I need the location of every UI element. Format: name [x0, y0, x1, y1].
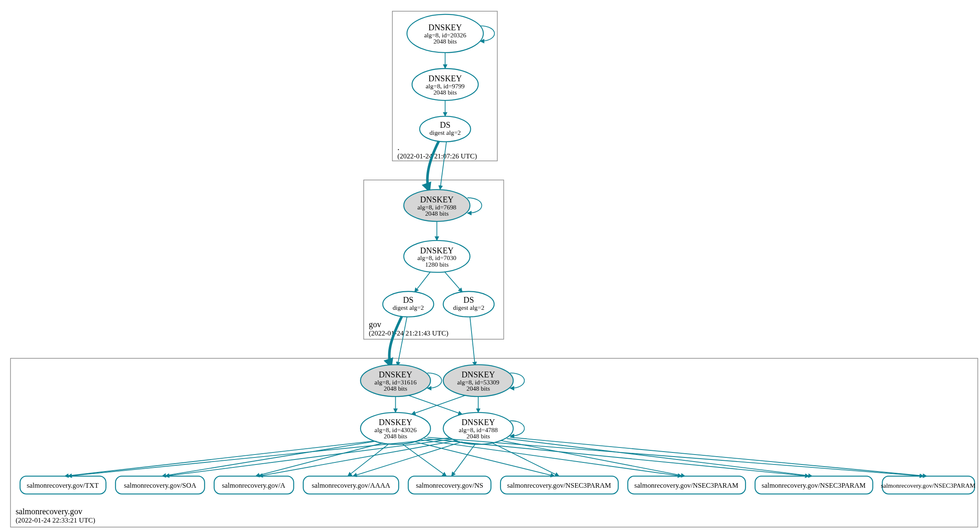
edge-gov-zsk-ds1 [415, 272, 431, 292]
node-gov-ksk: DNSKEY alg=8, id=7698 2048 bits [404, 190, 470, 221]
zone-root-label: . [397, 143, 399, 152]
svg-text:DNSKEY: DNSKEY [428, 74, 462, 83]
svg-text:2048 bits: 2048 bits [384, 385, 407, 392]
rr-a: salmonrecovery.gov/A [214, 476, 294, 494]
node-root-ds: DS digest alg=2 [420, 116, 471, 141]
svg-text:digest alg=2: digest alg=2 [429, 129, 461, 136]
zone-salmon-time: (2022-01-24 22:33:21 UTC) [16, 516, 95, 524]
svg-text:salmonrecovery.gov/AAAA: salmonrecovery.gov/AAAA [312, 481, 390, 489]
svg-text:DS: DS [403, 295, 414, 304]
svg-text:DS: DS [440, 120, 450, 129]
rr-txt: salmonrecovery.gov/TXT [20, 476, 106, 494]
svg-text:2048 bits: 2048 bits [384, 433, 407, 440]
svg-text:DS: DS [463, 295, 474, 304]
svg-text:salmonrecovery.gov/NS: salmonrecovery.gov/NS [416, 481, 483, 489]
rr-edges [65, 437, 927, 476]
edge-gov-ds1-sal-ksk1-thick [389, 316, 402, 367]
svg-text:DNSKEY: DNSKEY [379, 418, 412, 427]
svg-text:salmonrecovery.gov/NSEC3PARAM: salmonrecovery.gov/NSEC3PARAM [634, 481, 738, 489]
edge-sal-ksk1-zsk2 [408, 395, 462, 414]
rr-aaaa: salmonrecovery.gov/AAAA [303, 476, 399, 494]
rr-ns: salmonrecovery.gov/NS [408, 476, 491, 494]
rr-nsec3-2: salmonrecovery.gov/NSEC3PARAM [628, 476, 745, 494]
node-sal-zsk1: DNSKEY alg=8, id=43026 2048 bits [361, 413, 431, 445]
svg-text:digest alg=2: digest alg=2 [392, 304, 424, 311]
node-root-ksk: DNSKEY alg=8, id=20326 2048 bits [407, 15, 483, 53]
svg-text:salmonrecovery.gov/NSEC3PARAM: salmonrecovery.gov/NSEC3PARAM [881, 482, 976, 489]
edge-sal-ksk2-zsk1 [411, 395, 466, 414]
node-root-zsk: DNSKEY alg=8, id=9799 2048 bits [412, 68, 478, 100]
node-gov-ds2: DS digest alg=2 [443, 292, 494, 317]
svg-text:salmonrecovery.gov/NSEC3PARAM: salmonrecovery.gov/NSEC3PARAM [762, 481, 866, 489]
svg-text:DNSKEY: DNSKEY [428, 23, 462, 32]
svg-text:salmonrecovery.gov/NSEC3PARAM: salmonrecovery.gov/NSEC3PARAM [507, 481, 611, 489]
svg-text:DNSKEY: DNSKEY [462, 370, 495, 379]
svg-text:DNSKEY: DNSKEY [420, 246, 454, 255]
node-gov-zsk: DNSKEY alg=8, id=7030 1280 bits [404, 241, 470, 272]
rr-nsec3-3: salmonrecovery.gov/NSEC3PARAM [755, 476, 873, 494]
zone-gov-time: (2022-01-24 21:21:43 UTC) [369, 329, 448, 337]
rr-soa: salmonrecovery.gov/SOA [116, 476, 205, 494]
rr-nsec3-1: salmonrecovery.gov/NSEC3PARAM [501, 476, 618, 494]
svg-text:2048 bits: 2048 bits [433, 38, 457, 45]
node-gov-ds1: DS digest alg=2 [383, 292, 434, 317]
svg-text:digest alg=2: digest alg=2 [453, 304, 484, 311]
edge-gov-zsk-ds2 [445, 272, 462, 292]
node-sal-ksk2: DNSKEY alg=8, id=53309 2048 bits [443, 365, 513, 396]
svg-text:salmonrecovery.gov/A: salmonrecovery.gov/A [222, 481, 286, 489]
rr-nsec3-4: salmonrecovery.gov/NSEC3PARAM [881, 476, 976, 494]
zone-gov-label: gov [369, 320, 381, 329]
dnssec-graph: . (2022-01-24 21:07:26 UTC) DNSKEY alg=8… [4, 4, 980, 530]
svg-text:DNSKEY: DNSKEY [420, 195, 454, 204]
svg-text:DNSKEY: DNSKEY [379, 370, 412, 379]
svg-text:2048 bits: 2048 bits [433, 89, 457, 96]
svg-text:DNSKEY: DNSKEY [462, 418, 495, 427]
svg-text:2048 bits: 2048 bits [425, 210, 449, 217]
svg-text:salmonrecovery.gov/TXT: salmonrecovery.gov/TXT [27, 481, 99, 489]
edge-root-ds-gov-ksk-thin [440, 142, 446, 190]
svg-text:2048 bits: 2048 bits [467, 433, 490, 440]
svg-text:1280 bits: 1280 bits [425, 261, 449, 268]
svg-text:2048 bits: 2048 bits [467, 385, 490, 392]
zone-root-time: (2022-01-24 21:07:26 UTC) [397, 152, 477, 160]
edge-root-ds-gov-ksk [427, 141, 438, 191]
svg-text:salmonrecovery.gov/SOA: salmonrecovery.gov/SOA [124, 481, 196, 489]
zone-salmon-label: salmonrecovery.gov [16, 507, 82, 516]
node-sal-ksk1: DNSKEY alg=8, id=31616 2048 bits [361, 365, 431, 396]
